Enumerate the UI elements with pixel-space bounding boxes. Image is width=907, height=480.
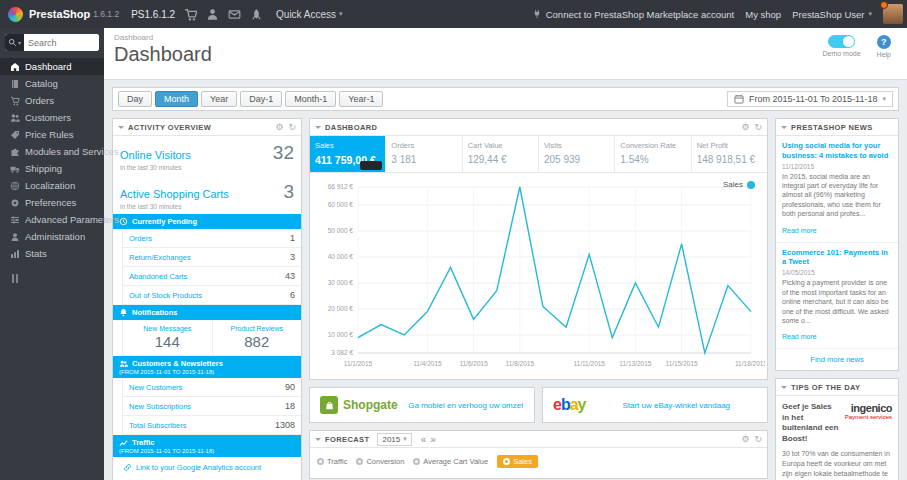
shopgate-link[interactable]: Ga mobiel en verhoog uw omzet: [398, 401, 523, 410]
kpi-orders-tab[interactable]: Orders 3 181: [386, 136, 462, 172]
filter-day-1-button[interactable]: Day-1: [240, 91, 282, 107]
next-arrow-icon[interactable]: »: [430, 434, 436, 445]
sidebar-item-customers[interactable]: Customers: [0, 109, 104, 126]
kpi-label: Net Profit: [697, 141, 762, 150]
collapse-panel-icon[interactable]: [315, 438, 321, 444]
out-of-stock-row[interactable]: Out of Stock Products 6: [122, 286, 301, 305]
news-article-title[interactable]: Using social media for your business: 4 …: [782, 141, 892, 161]
read-more-link[interactable]: Read more: [782, 333, 817, 340]
sidebar-item-localization[interactable]: Localization: [0, 177, 104, 194]
svg-text:11/13/2015: 11/13/2015: [619, 360, 651, 367]
trend-icon: [119, 438, 128, 447]
online-visitors-row[interactable]: Online Visitors 32 in the last 30 minute…: [113, 136, 301, 175]
breadcrumb[interactable]: Dashboard: [114, 33, 897, 42]
demo-mode-toggle[interactable]: Demo mode: [822, 35, 860, 58]
sidebar-collapse-button[interactable]: [0, 262, 104, 283]
collapse-panel-icon[interactable]: [118, 126, 124, 132]
truck-icon: [9, 163, 20, 174]
date-range-label: From 2015-11-01 To 2015-11-18: [749, 94, 878, 104]
row-label: New Customers: [129, 383, 182, 392]
forecast-toggle-average-cart-value[interactable]: Average Cart Value: [413, 457, 488, 466]
new-customers-row[interactable]: New Customers 90: [122, 378, 301, 397]
sidebar-item-modules[interactable]: Modules and Services: [0, 143, 104, 160]
refresh-icon[interactable]: ↻: [754, 435, 762, 444]
abandoned-carts-row[interactable]: Abandoned Carts 43: [122, 267, 301, 286]
forecast-year-select[interactable]: 2015 ▾: [377, 433, 411, 446]
kpi-visits-tab[interactable]: Visits 205 939: [539, 136, 615, 172]
active-carts-label[interactable]: Active Shopping Carts: [120, 188, 229, 200]
gear-icon[interactable]: ⚙: [741, 123, 749, 132]
refresh-icon[interactable]: ↻: [288, 123, 296, 132]
ebay-link[interactable]: Start uw eBay-winkel vandaag: [612, 401, 730, 410]
ebay-logo[interactable]: ebay: [553, 396, 586, 414]
gear-icon[interactable]: ⚙: [275, 123, 283, 132]
forecast-toggle-sales[interactable]: Sales: [497, 455, 538, 468]
message-icon[interactable]: [228, 8, 241, 21]
sidebar-item-label: Localization: [25, 180, 75, 191]
svg-text:11/11/2015: 11/11/2015: [573, 360, 605, 367]
row-value: 43: [285, 271, 295, 281]
pending-returns-row[interactable]: Return/Exchanges 3: [122, 248, 301, 267]
gear-icon[interactable]: ⚙: [741, 435, 749, 444]
sidebar-item-administration[interactable]: Administration: [0, 228, 104, 245]
kpi-label: Cart Value: [468, 141, 533, 150]
shop-name-menu[interactable]: PS1.6.1.2: [131, 9, 175, 20]
date-range-picker[interactable]: From 2015-11-01 To 2015-11-18 ▾: [727, 91, 893, 107]
sidebar-item-shipping[interactable]: Shipping: [0, 160, 104, 177]
new-subscriptions-row[interactable]: New Subscriptions 18: [122, 397, 301, 416]
find-more-news-link[interactable]: Find more news: [776, 349, 898, 370]
refresh-icon[interactable]: ↻: [754, 123, 762, 132]
search-input[interactable]: [24, 34, 99, 51]
google-analytics-link[interactable]: Link to your Google Analytics account: [113, 457, 301, 480]
product-reviews-cell[interactable]: Product Reviews 882: [212, 320, 302, 355]
ebay-letter: a: [570, 396, 578, 413]
read-more-link[interactable]: Read more: [782, 227, 817, 234]
avatar[interactable]: [883, 4, 903, 24]
kpi-net-profit-tab[interactable]: Net Profit 148 918,51 €: [692, 136, 767, 172]
ingenico-logo[interactable]: ingenico Payment services: [845, 402, 892, 444]
collapse-panel-icon[interactable]: [781, 386, 787, 392]
marketplace-link[interactable]: Connect to PrestaShop Marketplace accoun…: [532, 9, 735, 20]
customer-icon[interactable]: [206, 8, 219, 21]
forecast-toggle-conversion[interactable]: Conversion: [356, 457, 404, 466]
shopgate-logo[interactable]: Shopgate: [320, 396, 398, 414]
collapse-panel-icon[interactable]: [315, 126, 321, 132]
kpi-sales-tab[interactable]: Sales 411 759,00 €: [310, 136, 386, 172]
quick-access-menu[interactable]: Quick Access ▾: [276, 9, 343, 20]
online-visitors-label[interactable]: Online Visitors: [120, 149, 191, 161]
toggle-label: Sales: [513, 457, 532, 466]
forecast-toggle-traffic[interactable]: Traffic: [317, 457, 347, 466]
kpi-cart-value-tab[interactable]: Cart Value 129,44 €: [463, 136, 539, 172]
my-shop-link[interactable]: My shop: [745, 9, 781, 20]
kpi-conversion-rate-tab[interactable]: Conversion Rate 1.54%: [615, 136, 691, 172]
sidebar-item-stats[interactable]: Stats: [0, 245, 104, 262]
sidebar-item-advanced-parameters[interactable]: Advanced Parameters: [0, 211, 104, 228]
user-menu[interactable]: PrestaShop User ▾: [792, 9, 872, 20]
prev-arrow-icon[interactable]: «: [421, 434, 427, 445]
total-subscribers-row[interactable]: Total Subscribers 1308: [122, 416, 301, 435]
kpi-value: 129,44 €: [468, 154, 533, 165]
sidebar-item-orders[interactable]: Orders: [0, 92, 104, 109]
news-article-title[interactable]: Ecommerce 101: Payments in a Tweet: [782, 248, 892, 268]
chart-legend-sales[interactable]: Sales: [723, 180, 755, 189]
rocket-icon[interactable]: [250, 8, 263, 21]
sidebar-item-label: Orders: [25, 95, 54, 106]
sidebar-item-price-rules[interactable]: Price Rules: [0, 126, 104, 143]
kpi-label: Visits: [544, 141, 609, 150]
pending-orders-row[interactable]: Orders 1: [122, 229, 301, 248]
sidebar-item-preferences[interactable]: Preferences: [0, 194, 104, 211]
sidebar-item-catalog[interactable]: Catalog: [0, 75, 104, 92]
filter-month-button[interactable]: Month: [155, 91, 198, 107]
filter-day-button[interactable]: Day: [118, 91, 152, 107]
collapse-panel-icon[interactable]: [781, 126, 787, 132]
help-button[interactable]: ? Help: [877, 35, 891, 58]
sidebar-item-dashboard[interactable]: Dashboard: [0, 58, 104, 75]
new-messages-cell[interactable]: New Messages 144: [123, 320, 212, 355]
filter-year-1-button[interactable]: Year-1: [339, 91, 383, 107]
cart-icon[interactable]: [184, 8, 197, 21]
cell-label: Product Reviews: [215, 325, 300, 332]
filter-month-1-button[interactable]: Month-1: [285, 91, 336, 107]
search-button[interactable]: ▾: [5, 34, 24, 51]
filter-year-button[interactable]: Year: [201, 91, 237, 107]
active-carts-row[interactable]: Active Shopping Carts 3 in the last 30 m…: [113, 175, 301, 214]
